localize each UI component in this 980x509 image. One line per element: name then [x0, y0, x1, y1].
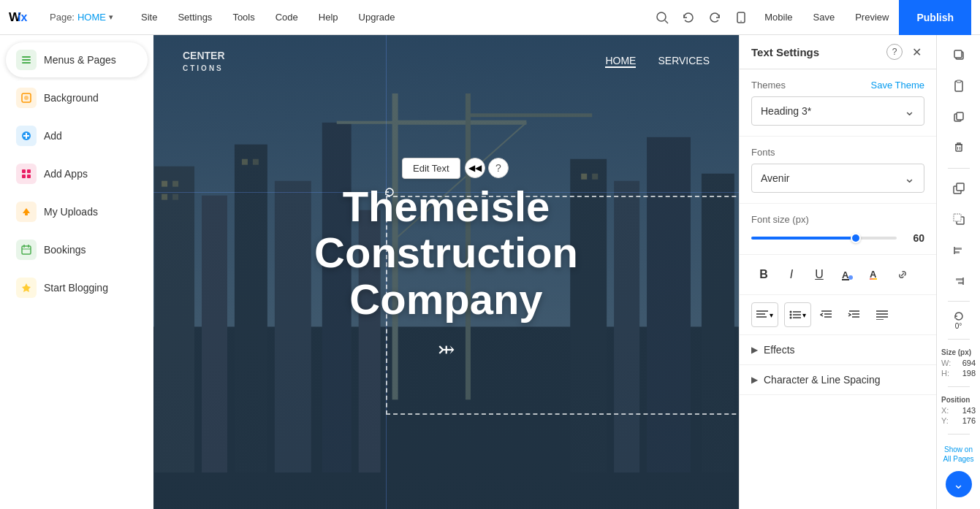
sidebar-item-bookings[interactable]: Bookings [6, 232, 148, 267]
sidebar-item-add[interactable]: Add [6, 118, 148, 153]
site-nav-home[interactable]: HOME [605, 55, 636, 68]
svg-rect-8 [22, 62, 31, 64]
font-size-section: Font size (px) 60 [740, 204, 936, 255]
edit-text-button[interactable]: Edit Text [402, 158, 460, 179]
layer-back-button[interactable] [944, 205, 973, 233]
fonts-selected: Avenir [761, 172, 789, 184]
char-line-spacing-section[interactable]: ▶ Character & Line Spacing [740, 365, 936, 395]
fonts-dropdown[interactable]: Avenir ⌄ [751, 164, 924, 193]
height-label: H: [941, 369, 949, 378]
undo-button[interactable] [675, 4, 702, 31]
svg-text:A: A [870, 269, 877, 280]
alignment-section: ▾ ▾ [740, 295, 936, 335]
show-all-pages-button[interactable]: Show on All Pages [937, 440, 980, 468]
align-right-panel-button[interactable] [944, 267, 973, 295]
list-dropdown[interactable]: ▾ [784, 302, 811, 327]
page-chevron[interactable]: ▾ [109, 12, 113, 22]
svg-rect-20 [22, 246, 31, 254]
nav-mobile[interactable]: Mobile [754, 0, 802, 35]
hero-text-block[interactable]: Themeisle Construction Company ⤔ [300, 183, 593, 361]
publish-button[interactable]: Publish [899, 0, 971, 35]
action-circle-button[interactable]: ⌄ [946, 471, 972, 497]
x-label: X: [941, 406, 949, 415]
svg-point-55 [848, 275, 853, 280]
svg-point-61 [790, 311, 792, 313]
sidebar-item-add-apps[interactable]: Add Apps [6, 156, 148, 191]
link-button[interactable] [890, 262, 915, 287]
themes-dropdown[interactable]: Heading 3* ⌄ [751, 96, 924, 126]
indent-decrease-button[interactable] [814, 302, 839, 327]
sidebar-label-add-apps: Add Apps [44, 168, 88, 180]
rotation-value: 0° [955, 322, 962, 330]
font-size-value: 60 [904, 232, 924, 244]
copy-button[interactable] [944, 41, 973, 69]
duplicate-button[interactable] [944, 103, 973, 131]
redo-button[interactable] [702, 4, 728, 31]
slider-thumb[interactable] [851, 233, 861, 243]
width-value: 694 [962, 359, 976, 367]
wix-logo[interactable]: W ix [9, 9, 38, 26]
font-size-label: Font size (px) [751, 214, 924, 225]
site-nav-services[interactable]: SERVICES [658, 55, 710, 68]
sidebar-label-menus: Menus & Pages [44, 54, 116, 66]
fonts-chevron-icon: ⌄ [904, 170, 915, 186]
paste-button[interactable] [944, 72, 973, 99]
font-size-slider[interactable] [751, 237, 897, 240]
nav-code[interactable]: Code [265, 0, 308, 35]
indent-increase-button[interactable] [842, 302, 867, 327]
blog-icon [16, 278, 37, 298]
prev-nav-button[interactable]: ◀◀ [465, 158, 485, 178]
rotate-handle[interactable] [383, 185, 396, 199]
svg-marker-18 [23, 208, 30, 213]
nav-tools[interactable]: Tools [222, 0, 265, 35]
svg-point-65 [790, 317, 792, 319]
list-chevron-icon: ▾ [802, 311, 806, 319]
mini-panel: 0° Size (px) W: 694 H: 198 Position X: 1… [936, 35, 980, 509]
justify-button[interactable] [870, 302, 894, 327]
effects-section[interactable]: ▶ Effects [740, 335, 936, 365]
nav-settings[interactable]: Settings [167, 0, 222, 35]
text-highlight-button[interactable]: A [862, 262, 887, 287]
page-name[interactable]: HOME [77, 12, 106, 23]
svg-rect-54 [842, 279, 849, 280]
delete-button[interactable] [944, 134, 973, 161]
hero-scroll-arrow[interactable]: ⤔ [300, 337, 593, 361]
mobile-icon[interactable] [728, 4, 754, 31]
search-button[interactable] [649, 4, 675, 31]
svg-rect-78 [954, 50, 962, 58]
italic-button[interactable]: I [779, 262, 804, 287]
svg-point-2 [657, 12, 666, 21]
layer-front-button[interactable] [944, 175, 973, 202]
align-left-panel-button[interactable] [944, 236, 973, 264]
nav-help[interactable]: Help [308, 0, 349, 35]
help-circle-button[interactable]: ? [488, 158, 509, 178]
uploads-icon [16, 202, 37, 222]
panel-help-button[interactable]: ? [886, 44, 903, 60]
preview-button[interactable]: Preview [845, 12, 899, 23]
bold-button[interactable]: B [751, 262, 776, 287]
sidebar-item-background[interactable]: Background [6, 80, 148, 115]
nav-upgrade[interactable]: Upgrade [349, 0, 406, 35]
fonts-section: Fonts Avenir ⌄ [740, 137, 936, 204]
save-theme-link[interactable]: Save Theme [871, 80, 924, 91]
text-color-button[interactable]: A [835, 262, 859, 287]
text-align-dropdown[interactable]: ▾ [751, 302, 778, 327]
left-sidebar: Menus & Pages Background Add Add Apps My… [0, 35, 153, 509]
svg-rect-83 [956, 145, 962, 151]
sidebar-item-start-blogging[interactable]: Start Blogging [6, 270, 148, 305]
top-nav: W ix Page: HOME ▾ Site Settings Tools Co… [0, 0, 980, 35]
panel-close-button[interactable]: ✕ [908, 44, 924, 60]
slider-fill [751, 237, 856, 240]
sidebar-item-my-uploads[interactable]: My Uploads [6, 194, 148, 229]
svg-rect-6 [22, 56, 31, 58]
themes-section: Themes Save Theme Heading 3* ⌄ [740, 69, 936, 137]
canvas-area[interactable]: CENTERCTIONS HOME SERVICES Edit Text ◀◀ … [153, 35, 739, 509]
nav-site[interactable]: Site [131, 0, 167, 35]
sidebar-item-menus[interactable]: Menus & Pages [6, 42, 148, 77]
y-label: Y: [941, 416, 949, 425]
effects-expand-icon: ▶ [751, 345, 758, 355]
save-button[interactable]: Save [803, 12, 846, 23]
underline-button[interactable]: U [807, 262, 832, 287]
size-title: Size (px) [941, 348, 976, 356]
align-chevron-icon: ▾ [770, 311, 773, 319]
